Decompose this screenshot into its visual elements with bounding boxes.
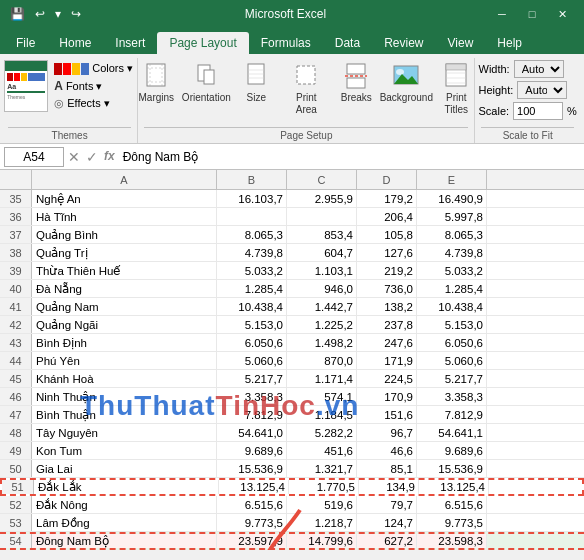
cell-b36[interactable] (217, 208, 287, 225)
cell-b52[interactable]: 6.515,6 (217, 496, 287, 513)
cell-e52[interactable]: 6.515,6 (417, 496, 487, 513)
table-row[interactable]: 35Nghệ An16.103,72.955,9179,216.490,9 (0, 190, 584, 208)
cell-e39[interactable]: 5.033,2 (417, 262, 487, 279)
cell-b43[interactable]: 6.050,6 (217, 334, 287, 351)
cell-a47[interactable]: Bình Thuận (32, 406, 217, 423)
cell-d48[interactable]: 96,7 (357, 424, 417, 441)
cell-e37[interactable]: 8.065,3 (417, 226, 487, 243)
background-button[interactable]: Background (384, 60, 428, 106)
cell-b39[interactable]: 5.033,2 (217, 262, 287, 279)
confirm-formula-icon[interactable]: ✓ (86, 149, 98, 165)
cell-b46[interactable]: 3.358,3 (217, 388, 287, 405)
table-row[interactable]: 41Quảng Nam10.438,41.442,7138,210.438,4 (0, 298, 584, 316)
cell-a36[interactable]: Hà Tĩnh (32, 208, 217, 225)
cell-c39[interactable]: 1.103,1 (287, 262, 357, 279)
cell-c38[interactable]: 604,7 (287, 244, 357, 261)
cell-a39[interactable]: Thừa Thiên Huế (32, 262, 217, 279)
cell-e45[interactable]: 5.217,7 (417, 370, 487, 387)
table-row[interactable]: 48Tây Nguyên54.641,05.282,296,754.641,1 (0, 424, 584, 442)
table-row[interactable]: 37Quảng Bình8.065,3853,4105,88.065,3 (0, 226, 584, 244)
table-row[interactable]: 52Đắk Nông6.515,6519,679,76.515,6 (0, 496, 584, 514)
table-row[interactable]: 36Hà Tĩnh206,45.997,8 (0, 208, 584, 226)
breaks-button[interactable]: Breaks (334, 60, 378, 106)
cell-d46[interactable]: 170,9 (357, 388, 417, 405)
cell-b51[interactable]: 13.125,4 (219, 480, 289, 494)
cell-e40[interactable]: 1.285,4 (417, 280, 487, 297)
cell-e36[interactable]: 5.997,8 (417, 208, 487, 225)
cell-d39[interactable]: 219,2 (357, 262, 417, 279)
cell-c49[interactable]: 451,6 (287, 442, 357, 459)
tab-page-layout[interactable]: Page Layout (157, 32, 248, 54)
table-row[interactable]: 43Bình Định6.050,61.498,2247,66.050,6 (0, 334, 584, 352)
cell-c43[interactable]: 1.498,2 (287, 334, 357, 351)
cell-d44[interactable]: 171,9 (357, 352, 417, 369)
cell-a35[interactable]: Nghệ An (32, 190, 217, 207)
cell-d53[interactable]: 124,7 (357, 514, 417, 531)
cell-b45[interactable]: 5.217,7 (217, 370, 287, 387)
cell-e53[interactable]: 9.773,5 (417, 514, 487, 531)
scale-input[interactable] (513, 102, 563, 120)
cell-a45[interactable]: Khánh Hoà (32, 370, 217, 387)
table-row[interactable]: 50Gia Lai15.536,91.321,785,115.536,9 (0, 460, 584, 478)
redo-icon[interactable]: ↪ (69, 5, 83, 23)
cell-e51[interactable]: 13.125,4 (419, 480, 489, 494)
cell-e54[interactable]: 23.598,3 (417, 534, 487, 548)
cell-c52[interactable]: 519,6 (287, 496, 357, 513)
tab-data[interactable]: Data (323, 32, 372, 54)
table-row[interactable]: 54Đông Nam Bộ23.597,914.799,6627,223.598… (0, 532, 584, 550)
cell-a51[interactable]: Đắk Lắk (34, 480, 219, 494)
tab-file[interactable]: File (4, 32, 47, 54)
fonts-button[interactable]: A Fonts ▾ (52, 78, 135, 94)
cell-c53[interactable]: 1.218,7 (287, 514, 357, 531)
cell-a37[interactable]: Quảng Bình (32, 226, 217, 243)
cancel-formula-icon[interactable]: ✕ (68, 149, 80, 165)
cell-a44[interactable]: Phú Yên (32, 352, 217, 369)
cell-b41[interactable]: 10.438,4 (217, 298, 287, 315)
cell-d47[interactable]: 151,6 (357, 406, 417, 423)
cell-a43[interactable]: Bình Định (32, 334, 217, 351)
cell-a38[interactable]: Quảng Trị (32, 244, 217, 261)
table-row[interactable]: 53Lâm Đồng9.773,51.218,7124,79.773,5 (0, 514, 584, 532)
cell-b40[interactable]: 1.285,4 (217, 280, 287, 297)
save-icon[interactable]: 💾 (8, 5, 27, 23)
cell-d49[interactable]: 46,6 (357, 442, 417, 459)
cell-e38[interactable]: 4.739,8 (417, 244, 487, 261)
tab-view[interactable]: View (436, 32, 486, 54)
cell-e47[interactable]: 7.812,9 (417, 406, 487, 423)
cell-d54[interactable]: 627,2 (357, 534, 417, 548)
col-header-c[interactable]: C (287, 170, 357, 189)
cell-c48[interactable]: 5.282,2 (287, 424, 357, 441)
cell-b53[interactable]: 9.773,5 (217, 514, 287, 531)
table-row[interactable]: 49Kon Tum9.689,6451,646,69.689,6 (0, 442, 584, 460)
cell-c41[interactable]: 1.442,7 (287, 298, 357, 315)
table-row[interactable]: 39Thừa Thiên Huế5.033,21.103,1219,25.033… (0, 262, 584, 280)
cell-d37[interactable]: 105,8 (357, 226, 417, 243)
maximize-button[interactable]: □ (518, 0, 546, 28)
cell-e49[interactable]: 9.689,6 (417, 442, 487, 459)
cell-b37[interactable]: 8.065,3 (217, 226, 287, 243)
effects-button[interactable]: ◎ Effects ▾ (52, 96, 135, 111)
cell-a54[interactable]: Đông Nam Bộ (32, 534, 217, 548)
cell-a41[interactable]: Quảng Nam (32, 298, 217, 315)
undo-dropdown-icon[interactable]: ▾ (53, 5, 63, 23)
cell-d36[interactable]: 206,4 (357, 208, 417, 225)
cell-b42[interactable]: 5.153,0 (217, 316, 287, 333)
col-header-d[interactable]: D (357, 170, 417, 189)
cell-a42[interactable]: Quảng Ngãi (32, 316, 217, 333)
insert-function-icon[interactable]: fx (104, 149, 115, 165)
cell-c35[interactable]: 2.955,9 (287, 190, 357, 207)
cell-a50[interactable]: Gia Lai (32, 460, 217, 477)
cell-d45[interactable]: 224,5 (357, 370, 417, 387)
cell-c37[interactable]: 853,4 (287, 226, 357, 243)
margins-button[interactable]: Margins (134, 60, 178, 106)
table-row[interactable]: 45Khánh Hoà5.217,71.171,4224,55.217,7 (0, 370, 584, 388)
orientation-button[interactable]: Orientation (184, 60, 228, 106)
cell-b47[interactable]: 7.812,9 (217, 406, 287, 423)
cell-a46[interactable]: Ninh Thuận (32, 388, 217, 405)
col-header-a[interactable]: A (32, 170, 217, 189)
size-button[interactable]: Size (234, 60, 278, 106)
table-row[interactable]: 40Đà Nẵng1.285,4946,0736,01.285,4 (0, 280, 584, 298)
cell-b44[interactable]: 5.060,6 (217, 352, 287, 369)
cell-b35[interactable]: 16.103,7 (217, 190, 287, 207)
cell-b48[interactable]: 54.641,0 (217, 424, 287, 441)
